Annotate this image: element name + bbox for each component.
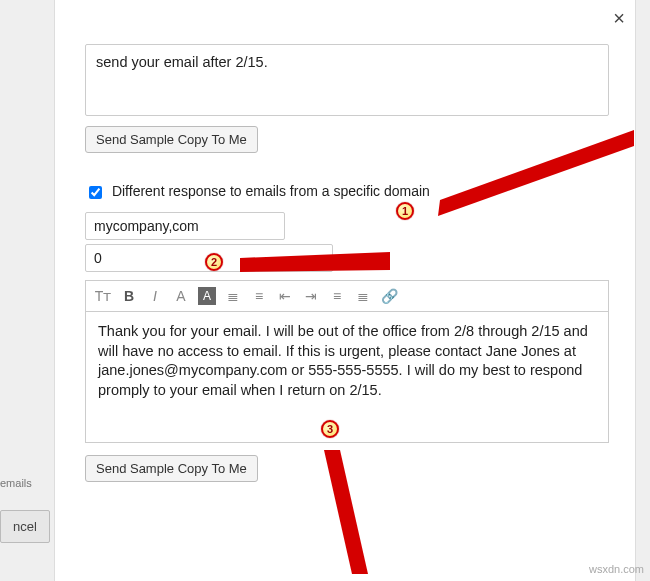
fontcolor-icon[interactable]: A xyxy=(172,287,190,305)
outdent-icon[interactable]: ⇤ xyxy=(276,287,294,305)
editor-toolbar: Tᴛ B I A A ≣ ≡ ⇤ ⇥ ≡ ≣ 🔗 xyxy=(85,280,609,311)
domain-input[interactable] xyxy=(85,212,285,240)
italic-icon[interactable]: I xyxy=(146,287,164,305)
annotation-callout-2: 2 xyxy=(205,253,223,271)
numlist-icon[interactable]: ≡ xyxy=(250,287,268,305)
preview-message-top[interactable]: send your email after 2/15. xyxy=(85,44,609,116)
modal-backdrop: × send your email after 2/15. Send Sampl… xyxy=(0,0,650,581)
bullets-icon[interactable]: ≣ xyxy=(224,287,242,305)
domain-inputs xyxy=(85,212,609,272)
domain-checkbox-row: Different response to emails from a spec… xyxy=(85,183,609,202)
cancel-button[interactable]: ncel xyxy=(0,510,50,543)
autoreply-editor[interactable]: Thank you for your email. I will be out … xyxy=(85,311,609,443)
panel-content: send your email after 2/15. Send Sample … xyxy=(55,0,635,496)
align-center-icon[interactable]: ≣ xyxy=(354,287,372,305)
indent-icon[interactable]: ⇥ xyxy=(302,287,320,305)
domain-checkbox[interactable] xyxy=(89,186,102,199)
annotation-callout-1: 1 xyxy=(396,202,414,220)
settings-panel: × send your email after 2/15. Send Sampl… xyxy=(54,0,636,581)
bold-icon[interactable]: B xyxy=(120,287,138,305)
sidebar-emails-label: emails xyxy=(0,477,32,489)
watermark-text: wsxdn.com xyxy=(589,563,644,575)
send-sample-button-2[interactable]: Send Sample Copy To Me xyxy=(85,455,258,482)
send-sample-button-1[interactable]: Send Sample Copy To Me xyxy=(85,126,258,153)
domain-checkbox-label[interactable]: Different response to emails from a spec… xyxy=(85,183,430,199)
annotation-callout-3: 3 xyxy=(321,420,339,438)
close-icon[interactable]: × xyxy=(613,8,625,28)
textsize-icon[interactable]: Tᴛ xyxy=(94,287,112,305)
link-icon[interactable]: 🔗 xyxy=(380,287,398,305)
align-left-icon[interactable]: ≡ xyxy=(328,287,346,305)
highlight-icon[interactable]: A xyxy=(198,287,216,305)
domain-checkbox-text: Different response to emails from a spec… xyxy=(112,183,430,199)
